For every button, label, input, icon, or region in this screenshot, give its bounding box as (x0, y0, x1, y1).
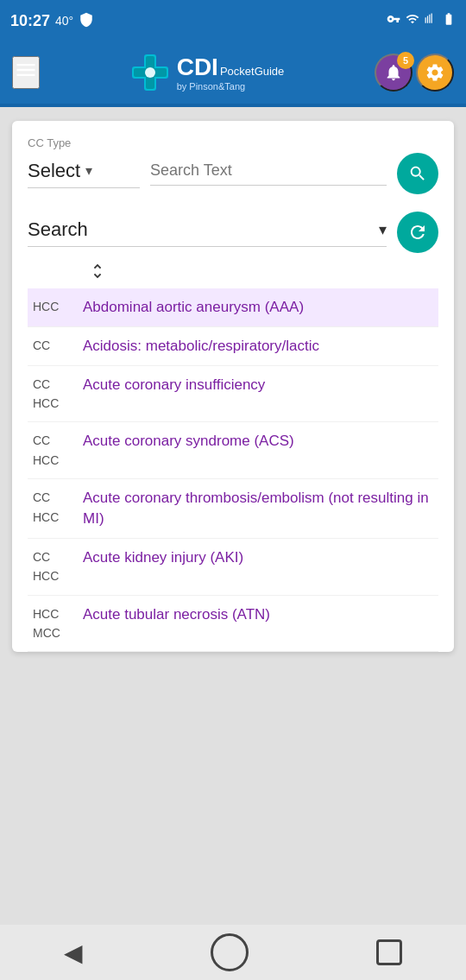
result-type: CCHCC (28, 479, 78, 539)
shield-icon (79, 12, 94, 30)
table-row[interactable]: HCC Abdominal aortic aneurysm (AAA) (28, 288, 438, 326)
search-select-wrap[interactable]: Search ▾ (28, 218, 387, 247)
signal-icon (425, 12, 437, 29)
key-icon (387, 12, 400, 29)
status-temp: 40° (55, 14, 73, 28)
bottom-navigation: ◀ (0, 925, 466, 980)
menu-button[interactable] (12, 56, 40, 89)
table-row[interactable]: CCHCC Acute coronary syndrome (ACS) (28, 422, 438, 479)
result-type: CCHCC (28, 365, 78, 422)
table-row[interactable]: CCHCC Acute coronary insufficiency (28, 365, 438, 422)
home-button[interactable] (211, 933, 249, 971)
search-dropdown-arrow-icon: ▾ (379, 220, 387, 239)
battery-icon (442, 12, 456, 29)
sort-icon[interactable] (88, 262, 107, 285)
settings-gear-button[interactable] (416, 54, 454, 92)
results-table: HCC Abdominal aortic aneurysm (AAA) CC A… (28, 288, 438, 652)
svg-point-4 (145, 67, 155, 78)
wifi-icon (406, 12, 419, 29)
logo-pocketguide: PocketGuide (220, 65, 284, 79)
search-select-label: Search (28, 218, 88, 241)
result-name: Acute kidney injury (AKI) (78, 538, 438, 595)
result-type: HCC (28, 288, 78, 326)
result-type: CCHCC (28, 422, 78, 479)
status-bar: 10:27 40° (0, 0, 466, 41)
refresh-icon (407, 222, 428, 243)
result-name: Acute tubular necrosis (ATN) (78, 595, 438, 652)
logo-cross-icon (130, 53, 170, 92)
result-name: Acute coronary syndrome (ACS) (78, 422, 438, 479)
search-text-input[interactable] (150, 161, 387, 186)
recents-button[interactable] (376, 939, 402, 965)
logo-byline: by Pinson&Tang (177, 81, 285, 92)
result-name: Acute coronary insufficiency (78, 365, 438, 422)
result-name: Abdominal aortic aneurysm (AAA) (78, 288, 438, 326)
status-time: 10:27 (10, 12, 50, 30)
top-bar: CDI PocketGuide by Pinson&Tang 5 (0, 41, 466, 104)
notification-badge: 5 (397, 52, 414, 69)
top-icons: 5 (375, 54, 454, 92)
result-name: Acute coronary thrombosis/embolism (not … (78, 479, 438, 539)
search-icon (408, 164, 427, 183)
result-type: HCCMCC (28, 595, 78, 652)
select-dropdown-arrow-icon: ▾ (85, 162, 92, 179)
search-icon-button[interactable] (397, 153, 438, 194)
status-right-icons (387, 12, 456, 29)
result-type: CCHCC (28, 538, 78, 595)
sort-row (28, 253, 438, 288)
cc-type-row: Select ▾ (28, 153, 438, 194)
refresh-button[interactable] (397, 212, 438, 253)
notification-bell-wrap: 5 (375, 54, 412, 92)
table-row[interactable]: CCHCC Acute coronary thrombosis/embolism… (28, 479, 438, 539)
table-row[interactable]: CC Acidosis: metabolic/respiratory/lacti… (28, 326, 438, 365)
table-row[interactable]: HCCMCC Acute tubular necrosis (ATN) (28, 595, 438, 652)
header-divider (0, 104, 466, 107)
select-dropdown[interactable]: Select ▾ (28, 160, 140, 188)
table-row[interactable]: CCHCC Acute kidney injury (AKI) (28, 538, 438, 595)
back-button[interactable]: ◀ (64, 939, 83, 967)
logo-cdi: CDI (177, 53, 218, 82)
cc-type-label: CC Type (28, 136, 438, 149)
select-label: Select (28, 160, 80, 182)
logo-area: CDI PocketGuide by Pinson&Tang (130, 53, 285, 93)
logo-text: CDI PocketGuide by Pinson&Tang (177, 53, 285, 93)
result-name: Acidosis: metabolic/respiratory/lactic (78, 326, 438, 365)
search-row: Search ▾ (28, 212, 438, 253)
result-type: CC (28, 326, 78, 365)
content-card: CC Type Select ▾ Search ▾ (12, 121, 454, 652)
